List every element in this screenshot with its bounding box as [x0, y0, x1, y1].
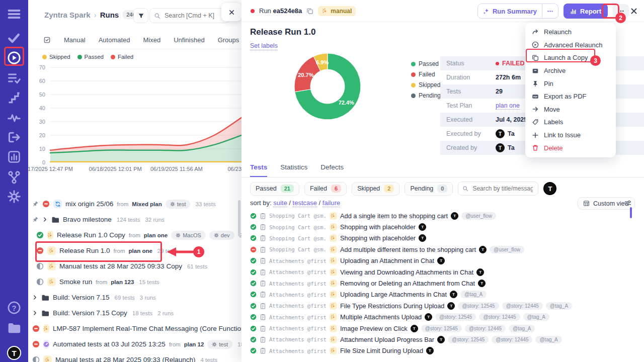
run-plan-link[interactable]: plan one	[144, 232, 168, 238]
test-row[interactable]: Attachments @firstUploading an Attachmen…	[247, 255, 643, 266]
failed-status-dot	[251, 9, 255, 13]
filter-chip-failed[interactable]: Failed6	[304, 182, 347, 196]
info-value[interactable]: plan one	[496, 102, 520, 110]
manual-run-icon	[47, 278, 56, 286]
filter-button[interactable]	[133, 8, 148, 23]
legend-dot	[77, 55, 82, 59]
run-plan-link[interactable]: plan 123	[111, 279, 134, 285]
run-list-item[interactable]: Manual tests at 28 Mar 2025 09:33 (Relau…	[28, 352, 242, 362]
run-list-item[interactable]: Bravo milestone124 tests32 runs	[28, 212, 242, 227]
drawer-close-icon[interactable]	[630, 7, 638, 15]
run-plan-link[interactable]: plan one	[129, 248, 152, 254]
breadcrumb-project[interactable]: Zyntra Spark	[44, 11, 91, 19]
test-row[interactable]: Shopping Cart @sm...Shopping with placeh…	[247, 221, 643, 232]
filter-chip-pending[interactable]: Pending0	[405, 182, 453, 196]
test-row[interactable]: Attachments @firstUploading Large Attach…	[247, 289, 643, 300]
progress-status-icon	[36, 262, 44, 270]
assignee-avatar: T	[437, 336, 445, 343]
menu-item-link-to-issue[interactable]: Link to Issue	[525, 129, 616, 142]
gear-icon[interactable]	[7, 190, 21, 204]
test-row[interactable]: Attachments @firstMultiple Attachments U…	[247, 312, 643, 323]
run-summary-more-button[interactable]	[542, 4, 558, 18]
tab-groups[interactable]: Groups	[218, 36, 239, 44]
test-row[interactable]: Shopping Cart @sm...Add multiple differe…	[247, 244, 643, 255]
menu-item-delete[interactable]: Delete	[525, 141, 616, 154]
run-plan-link[interactable]: Mixed plan	[132, 201, 162, 207]
menu-item-archive[interactable]: Archive	[525, 64, 616, 77]
tab-automated[interactable]: Automated	[99, 36, 130, 44]
list-check-icon[interactable]	[7, 71, 21, 85]
play-circle-icon[interactable]	[7, 51, 21, 65]
help-icon[interactable]: ?	[7, 301, 21, 315]
menu-item-labels[interactable]: Labels	[525, 116, 616, 129]
run-list-item[interactable]: Build: Version 7.1569 tests3 runs	[28, 290, 242, 305]
test-row[interactable]: Attachments @firstAttachment Upload Prog…	[247, 334, 643, 345]
run-list-item[interactable]: Manual tests at 28 Mar 2025 09:33 Copy61…	[28, 258, 242, 274]
pulse-icon[interactable]	[7, 111, 21, 125]
filter-chip-skipped[interactable]: Skipped2	[352, 182, 399, 196]
menu-item-export-as-pdf[interactable]: PDFExport as PDF	[525, 90, 616, 103]
tab-manual[interactable]: Manual	[64, 36, 86, 44]
test-case-icon	[260, 246, 266, 253]
sort-by-failure[interactable]: failure	[323, 199, 340, 207]
menu-icon[interactable]	[7, 7, 21, 21]
run-list-item[interactable]: LMP-587 Implement Real-Time Chat Messagi…	[28, 321, 242, 336]
copy-run-id-icon[interactable]	[306, 8, 313, 15]
manual-test-icon	[330, 280, 337, 287]
run-list-item[interactable]: mix origin 25/06fromMixed plantest33 tes…	[28, 196, 242, 212]
run-actions-menu-button[interactable]	[613, 4, 629, 18]
manual-test-icon	[330, 313, 337, 321]
run-summary-button[interactable]: Run Summary	[478, 8, 542, 15]
tab-defects[interactable]: Defects	[320, 163, 344, 177]
steps-icon[interactable]	[7, 90, 21, 105]
panel-close-button[interactable]	[221, 3, 242, 21]
test-row[interactable]: Attachments @firstViewing and Downloadin…	[247, 266, 643, 278]
runs-scrollbar[interactable]	[238, 200, 240, 236]
run-list-item[interactable]: Release Run 1.0 Copyfromplan oneMacOSdev…	[28, 227, 242, 243]
tab-tests[interactable]: Tests	[250, 163, 267, 177]
menu-item-move[interactable]: Move	[525, 103, 616, 116]
test-row[interactable]: Attachments @firstRemoving or Deleting a…	[247, 278, 643, 289]
runs-search-input[interactable]	[164, 12, 225, 20]
bar-chart-icon[interactable]	[7, 150, 21, 164]
sort-by-suite[interactable]: suite	[273, 199, 287, 207]
test-row[interactable]: Shopping Cart @sm...Add a single item to…	[247, 210, 643, 221]
legend-dot	[42, 55, 47, 59]
run-list-item[interactable]: Automated tests at 03 Jul 2025 13:25from…	[28, 336, 242, 352]
menu-item-relaunch[interactable]: Relaunch	[525, 26, 616, 39]
menu-item-pin[interactable]: Pin	[525, 77, 616, 90]
set-labels-link[interactable]: Set labels	[250, 42, 278, 50]
tab-mixed[interactable]: Mixed	[143, 36, 161, 44]
passed-status-icon	[250, 347, 257, 354]
folder-icon[interactable]	[7, 321, 21, 335]
report-button[interactable]: Report	[564, 4, 608, 19]
test-tag: @tag_A	[535, 336, 561, 343]
tab-statistics[interactable]: Statistics	[280, 163, 307, 177]
branch-icon[interactable]	[7, 170, 21, 184]
test-row[interactable]: Attachments @firstImage Preview on Click…	[247, 323, 643, 334]
run-from-label: from	[114, 248, 125, 254]
sort-by-testcase[interactable]: testcase	[293, 199, 317, 207]
assignee-avatar[interactable]: T	[543, 182, 556, 195]
run-list-item[interactable]: Smoke runfromplan 12315 tests	[28, 274, 242, 290]
test-row[interactable]: Attachments @firstFile Type Restrictions…	[247, 300, 643, 311]
menu-item-launch-a-copy[interactable]: Launch a Copy	[525, 51, 616, 64]
menu-item-advanced-relaunch[interactable]: Advanced Relaunch	[525, 39, 616, 52]
check-icon[interactable]	[7, 31, 21, 45]
sign-in-icon[interactable]	[7, 130, 21, 144]
run-list-item[interactable]: Build: Version 7.15 Copy18 tests2 runs	[28, 305, 242, 321]
test-row[interactable]: Shopping Cart @sm...Shopping with placeh…	[247, 233, 643, 244]
test-row[interactable]: Attachments @firstFile Size Limit During…	[247, 345, 643, 356]
run-list-item[interactable]: Release Run 1.0fromplan one29 tests	[28, 243, 242, 258]
environment-badge: MacOS	[171, 231, 206, 240]
view-settings-icon[interactable]	[624, 199, 632, 207]
info-value: TTa	[496, 143, 515, 152]
sidebar-avatar[interactable]: T	[7, 346, 21, 360]
select-all-icon[interactable]	[43, 36, 51, 44]
filter-chip-passed[interactable]: Passed21	[250, 182, 299, 196]
tab-unfinished[interactable]: Unfinished	[174, 36, 204, 44]
menu-item-label: Relaunch	[544, 28, 572, 36]
test-search-input[interactable]	[471, 185, 534, 193]
run-plan-link[interactable]: plan 12	[184, 341, 204, 347]
test-title: Uploading an Attachment in Chat	[340, 257, 434, 264]
